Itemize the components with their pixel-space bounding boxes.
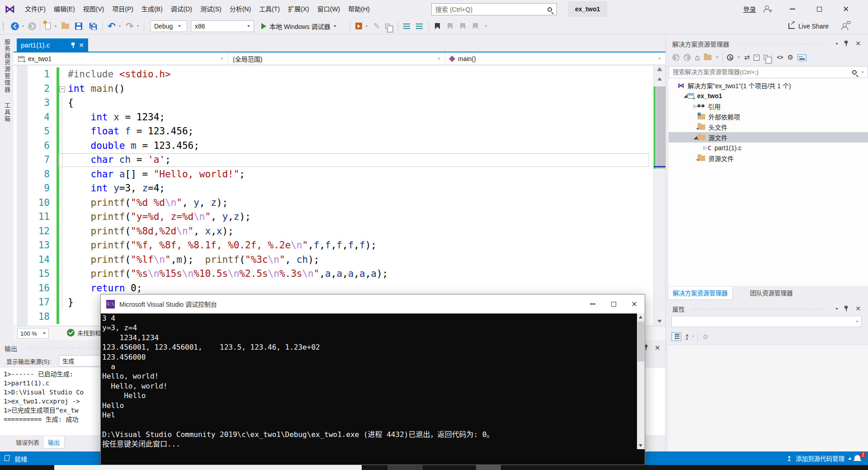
menu-item-B[interactable]: 生成(B) [137,0,167,18]
console-maximize-button[interactable] [603,294,624,313]
scroll-up-icon[interactable] [657,77,662,81]
tab-error-list[interactable]: 错误列表 [11,437,44,449]
tab-team-explorer[interactable]: 团队资源管理器 [745,287,797,300]
tree-item-ex_two111[interactable]: ⋈解决方案"ex_two1"(1 个项目/共 1 个) [669,80,868,90]
show-all-files-toggle[interactable] [797,54,807,61]
pin-icon[interactable] [71,43,75,48]
nav-scope-dropdown[interactable]: (全局范围) [228,52,445,65]
panel-close-icon[interactable]: ✕ [855,40,861,47]
navigate-forward-button[interactable] [28,18,36,34]
code-line[interactable]: 7 char ch = 'a'; [14,153,665,167]
indent-decrease-button[interactable] [403,18,410,34]
sync-dropdown[interactable] [716,57,718,58]
code-line[interactable]: 6 double m = 123.456; [14,139,665,153]
console-scrollbar[interactable] [637,313,645,449]
sidebar-tab-工具箱[interactable]: 工具箱 [0,98,14,127]
menu-item-X[interactable]: 扩展(X) [284,0,313,18]
tree-item-ex_two1[interactable]: ◢ex_two1 [669,90,868,101]
tree-item-[interactable]: ▷引用 [669,101,868,111]
menu-item-S[interactable]: 测试(S) [196,0,226,18]
code-line[interactable]: 2int main() [14,82,665,96]
properties-wrench-icon[interactable]: ⚙ [787,53,793,62]
code-line[interactable]: 15 printf("%s\n%15s\n%10.5s\n%2.5s\n%.3s… [14,267,665,281]
code-line[interactable]: 5 float f = 123.456; [14,124,665,139]
view-code-icon[interactable]: <> [777,54,783,61]
open-file-button[interactable] [61,18,69,34]
editor-vertical-scrollbar[interactable] [653,66,665,326]
code-line[interactable]: 14 printf("%lf\n",m); printf("%3c\n", ch… [14,253,665,267]
menu-item-H[interactable]: 帮助(H) [344,0,373,18]
code-line[interactable]: 9 int y=3, z=4; [14,181,665,196]
tab-output[interactable]: 输出 [43,437,65,449]
code-line[interactable]: 16 return 0; [14,281,665,296]
tree-item-[interactable]: ◢源文件 [669,132,868,142]
panel-menu-icon[interactable] [835,43,838,45]
quick-search-input[interactable] [432,6,547,13]
navigate-back-button[interactable] [11,18,19,34]
property-pages-icon[interactable]: ⚙ [703,333,708,341]
indent-increase-button[interactable] [416,18,423,34]
console-output-area[interactable]: 3 4 y=3, z=4 1234,1234 123.456001, 123.4… [101,313,645,465]
tree-item-[interactable]: 头文件 [669,122,868,132]
code-line[interactable]: 13 printf("%f, %8f, %8.1f, %0.2f, %.2e\n… [14,238,665,253]
feedback-button[interactable] [841,18,848,34]
undo-button[interactable]: ↶ [108,18,116,34]
sidebar-tab-服务器资源管理器[interactable]: 服务器资源管理器 [0,34,14,98]
debug-console-window[interactable]: C:\ Microsoft Visual Studio 调试控制台 ✕ 3 4 … [100,294,645,465]
tree-expander-icon[interactable]: ▷ [693,104,698,109]
toolbar-overflow[interactable] [365,18,368,34]
scroll-down-icon[interactable] [657,320,662,323]
tree-expander-icon[interactable]: ◢ [683,93,688,98]
code-line[interactable]: 4 int x = 1234; [14,110,665,125]
nav-project-dropdown[interactable]: ex_two1 [14,52,228,65]
solution-search-input[interactable] [669,69,852,76]
code-line[interactable]: 10 printf("%d %d\n", y, z); [14,196,665,210]
back-dropdown[interactable] [22,18,24,34]
toggle-bookmark-button[interactable] [435,18,440,34]
back-icon[interactable] [672,54,679,61]
console-title-bar[interactable]: C:\ Microsoft Visual Studio 调试控制台 ✕ [101,294,645,313]
scroll-down-icon[interactable] [639,444,642,447]
menu-item-W[interactable]: 窗口(W) [313,0,344,18]
toolbar-grip[interactable] [3,22,5,30]
tree-item-part11c[interactable]: ▷Cpart1(1).c [669,142,868,153]
minimize-button[interactable] [782,0,803,18]
document-tab[interactable]: part1(1).c ✕ [17,38,88,52]
document-health-indicator[interactable]: 未找到相 [67,328,101,337]
code-line[interactable]: 8 char a[] = "Hello, world!"; [14,167,665,182]
menu-item-D[interactable]: 调试(D) [167,0,196,18]
add-to-source-control-button[interactable]: ↥ 添加到源代码管理 [786,451,852,465]
menu-item-F[interactable]: 文件(F) [21,0,50,18]
sign-in-link[interactable]: 登录 [743,5,756,14]
navigate-to-button[interactable]: ✎ [373,18,380,34]
console-minimize-button[interactable] [582,294,603,313]
tree-item-[interactable]: 资源文件 [669,153,868,163]
forward-icon[interactable] [684,54,691,61]
start-debugging-button[interactable]: 本地 Windows 调试器 [259,20,339,32]
tree-expander-icon[interactable]: ▷ [703,145,708,150]
prev-bookmark-button[interactable] [448,18,453,34]
scroll-up-icon[interactable] [639,316,642,318]
quick-search[interactable] [431,3,557,15]
properties-object-combo[interactable] [671,316,862,327]
solution-search[interactable] [669,66,868,78]
nav-member-dropdown[interactable]: main() [445,52,665,65]
collapse-all-icon[interactable] [754,55,760,61]
menu-item-E[interactable]: 编辑(E) [50,0,79,18]
redo-dropdown[interactable] [137,18,139,34]
alphabetical-sort-icon[interactable]: AZ [686,334,693,340]
apply-code-changes-button[interactable] [355,18,362,34]
scrollbar-thumb[interactable] [656,86,665,169]
home-icon[interactable]: ⌂ [695,53,700,62]
menu-item-P[interactable]: 项目(P) [108,0,137,18]
pending-changes-filter-icon[interactable] [727,54,733,61]
platform-combo[interactable]: x86 [191,20,254,32]
code-surface[interactable]: 1#include <stdio.h>2int main()3{4 int x … [14,66,665,326]
redo-button[interactable]: ↷ [126,18,134,34]
live-share-button[interactable]: Live Share [788,18,829,34]
output-close-icon[interactable]: ✕ [655,344,660,352]
tree-item-[interactable]: 外部依赖项 [669,111,868,122]
console-close-button[interactable]: ✕ [624,294,645,313]
notifications-button[interactable]: 2 [854,454,865,464]
configuration-combo[interactable]: Debug [150,20,187,32]
